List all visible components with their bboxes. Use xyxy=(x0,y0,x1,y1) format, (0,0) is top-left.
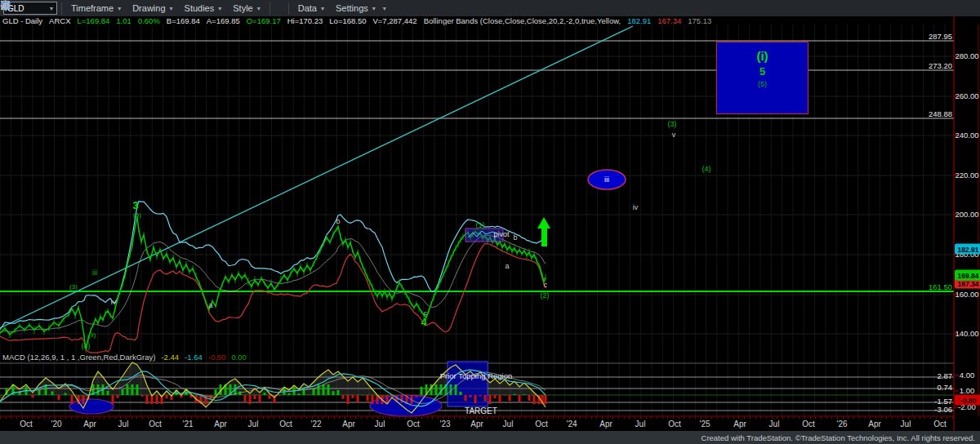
time-axis-label: Apr xyxy=(868,420,881,428)
price-scale-label: 220.00 xyxy=(955,171,978,180)
prior-topping-region-label: Prior Topping Region xyxy=(440,372,513,380)
wave-annotation: (4) xyxy=(82,343,91,350)
time-axis-label: Apr xyxy=(470,420,483,428)
price-scale-label: 240.00 xyxy=(955,131,978,140)
price-scale-label: 260.00 xyxy=(955,92,978,100)
time-axis-label: '22 xyxy=(310,420,321,428)
wave-label-5: 5 xyxy=(760,65,765,78)
time-axis-label: Jul xyxy=(248,420,259,428)
time-axis-label: Oct xyxy=(407,420,420,428)
time-axis-label: Oct xyxy=(20,420,33,428)
time-axis-label: Apr xyxy=(83,420,96,428)
time-axis-label: Jul xyxy=(503,420,514,428)
macd-header-segment: MACD (12,26,9, 1 , 1 ,Green,Red,DarkGray… xyxy=(2,353,155,362)
macd-header-segment: -2.44 xyxy=(161,353,179,362)
wave-annotation: pivot xyxy=(493,231,509,238)
time-axis-label: Apr xyxy=(733,420,746,428)
macd-header: MACD (12,26,9, 1 , 1 ,Green,Red,DarkGray… xyxy=(2,353,247,362)
time-axis-label: Oct xyxy=(802,420,815,428)
time-axis-label: '20 xyxy=(51,420,61,428)
time-axis-label: Oct xyxy=(535,420,548,428)
time-axis-label: '23 xyxy=(439,420,450,428)
macd-badge: -0.80 xyxy=(955,395,980,406)
wave-annotation: (3) xyxy=(69,284,78,291)
price-badge: 169.84 xyxy=(955,270,980,281)
price-scale-label: 140.00 xyxy=(955,330,978,338)
time-axis-label: '26 xyxy=(836,420,847,428)
time-axis-label: Jul xyxy=(375,420,385,428)
wave-annotation: c xyxy=(544,282,548,289)
time-axis-label: Oct xyxy=(279,420,292,428)
wave-annotation: 4 xyxy=(421,317,426,327)
macd-scale-label: 4.00 xyxy=(960,371,975,380)
copyright-text: Created with TradeStation. ©TradeStation… xyxy=(702,433,975,442)
time-axis-label: Oct xyxy=(668,420,681,428)
wave-annotation: iv xyxy=(633,204,639,211)
time-axis-label: '24 xyxy=(566,420,577,428)
wave-annotation: iv xyxy=(111,299,117,306)
price-level-label: 248.88 xyxy=(929,110,952,118)
macd-scale-label: 1.00 xyxy=(960,387,975,395)
time-axis-label: Jul xyxy=(901,420,911,428)
wave-annotation: b xyxy=(336,218,340,225)
wave-annotation: (2) xyxy=(541,292,550,300)
price-level-label: 273.20 xyxy=(929,62,952,70)
price-level-label: 161.50 xyxy=(929,283,952,291)
time-axis-label: Oct xyxy=(149,420,162,428)
wave-label-i: (i) xyxy=(756,49,768,63)
wave-annotation: a xyxy=(208,302,212,309)
macd-level-label: 0.74 xyxy=(938,384,953,392)
wave-annotation: a xyxy=(505,263,509,270)
price-badge: 182.91 xyxy=(955,244,980,255)
wave-projection-box[interactable]: (i) 5 (5) xyxy=(716,42,808,114)
time-axis-label: Jul xyxy=(118,420,129,428)
wave-annotation: (ii) xyxy=(89,332,96,339)
wave-annotation: (3) xyxy=(668,121,677,128)
macd-header-segment: 0.00 xyxy=(231,353,247,362)
time-axis-label: Apr xyxy=(214,420,227,428)
time-axis-label: Apr xyxy=(342,420,355,428)
time-axis-label: '21 xyxy=(182,420,193,428)
wave-label-5sub: (5) xyxy=(758,80,767,88)
macd-header-segment: -1.64 xyxy=(185,353,203,362)
price-scale-label: 160.00 xyxy=(955,291,978,299)
time-axis-label: Jul xyxy=(635,420,646,428)
wave-annotation: (5) xyxy=(133,212,141,219)
time-axis-label: Jul xyxy=(769,420,780,428)
macd-level-label: -3.06 xyxy=(934,406,952,414)
price-level-label: 287.95 xyxy=(929,33,952,41)
tradestation-chart-window: GLD ▾ Timeframe▾ Drawing▾ Studies▾ Style… xyxy=(0,0,980,444)
time-axis-ticks xyxy=(0,417,954,419)
time-axis-label: Oct xyxy=(933,420,947,428)
price-scale-label: 200.00 xyxy=(955,211,978,219)
time-axis-label: Apr xyxy=(599,420,612,428)
wave-annotation: (4) xyxy=(702,166,711,173)
status-bar: Created with TradeStation. ©TradeStation… xyxy=(0,431,980,444)
time-axis-label: '25 xyxy=(699,420,710,428)
wave-annotation: v xyxy=(672,131,676,139)
wave-annotation: b xyxy=(513,234,517,242)
macd-header-segment: -0.80 xyxy=(208,353,226,362)
target-label: TARGET xyxy=(465,407,497,415)
wave-annotation: iii xyxy=(604,176,609,184)
macd-level-label: 2.87 xyxy=(938,372,953,380)
price-scale-label: 280.00 xyxy=(955,52,978,60)
wave-annotation: (1) xyxy=(476,222,485,229)
wave-annotation: 3 xyxy=(132,200,138,211)
wave-annotation: iii xyxy=(92,269,97,277)
